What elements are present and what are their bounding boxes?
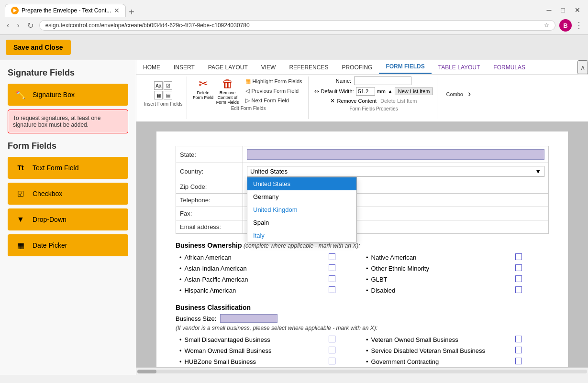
tab-insert[interactable]: INSERT [167, 60, 201, 74]
signature-box-item[interactable]: ✏️ Signature Box [8, 84, 128, 106]
text-form-field-item[interactable]: Tt Text Form Field [8, 157, 128, 179]
browser-chrome: Prepare the Envelope - Text Cont... ✕ + … [0, 0, 588, 35]
combo-label: Combo [443, 91, 466, 97]
checkbox-ethnic[interactable] [515, 264, 522, 271]
new-list-item-button[interactable]: New List Item [395, 88, 433, 95]
dropdown-option-es[interactable]: Spain [247, 216, 356, 229]
checkbox-small-dis[interactable] [329, 336, 335, 342]
checkbox-hubzone[interactable] [329, 358, 335, 364]
doc-content[interactable]: State: Country: United States [136, 122, 588, 367]
business-classification-section: Business Classification Business Size: (… [176, 304, 549, 367]
dropdown-option-uk[interactable]: United Kingdom [247, 203, 356, 216]
increase-width-icon[interactable]: ▲ [388, 88, 393, 94]
app-toolbar: Save and Close [0, 35, 588, 60]
reload-button[interactable]: ↻ [25, 20, 35, 31]
signature-box-label: Signature Box [33, 91, 75, 98]
name-input[interactable] [354, 77, 411, 85]
forward-button[interactable]: › [15, 20, 21, 31]
tab-home[interactable]: HOME [136, 60, 167, 74]
country-dropdown-open: United States Germany United Kingdom Spa… [247, 177, 357, 242]
checkbox-disabled[interactable] [515, 286, 522, 293]
remove-content-of-form-fields-label[interactable]: Remove Content of Form Fields [216, 90, 240, 105]
horizontal-scrollbar[interactable] [136, 367, 588, 375]
ribbon-collapse-button[interactable]: ∧ [577, 60, 588, 74]
combo-expand-icon[interactable]: › [468, 89, 471, 99]
checkbox-asian-indian[interactable] [329, 264, 335, 271]
country-dropdown-arrow: ▼ [535, 168, 541, 175]
menu-icon[interactable]: ⋮ [575, 20, 583, 31]
main-layout: Signature Fields ✏️ Signature Box To req… [0, 60, 588, 375]
ownership-row-4: •Hispanic American •Disabled [176, 285, 549, 296]
save-close-button[interactable]: Save and Close [6, 40, 71, 55]
dropdown-option-us[interactable]: United States [247, 177, 356, 190]
combo-group: Combo › [439, 77, 474, 119]
state-input-highlight[interactable] [247, 149, 544, 160]
default-width-icon: ⇔ [314, 88, 319, 95]
name-label: Name: [336, 78, 351, 84]
checkbox-woman[interactable] [329, 347, 335, 353]
dropdown-option-it[interactable]: Italy [247, 229, 356, 242]
checkbox-gov[interactable] [515, 358, 522, 364]
checkbox-asian-pacific[interactable] [329, 275, 335, 282]
default-width-label: Default Width: [321, 88, 354, 94]
table-row: Zip Code: [176, 180, 549, 194]
table-row: Email address: [176, 220, 549, 234]
checkbox-service-disabled[interactable] [515, 347, 522, 353]
ownership-item-disabled: •Disabled [366, 287, 508, 294]
tab-close-button[interactable]: ✕ [114, 7, 120, 14]
previous-form-field-button[interactable]: ◁ Previous Form Field [244, 87, 304, 95]
business-size-row: Business Size: [176, 314, 549, 323]
checkbox-veteran[interactable] [515, 336, 522, 342]
state-input-cell[interactable] [243, 146, 549, 163]
tab-proofing[interactable]: PROOFING [335, 60, 379, 74]
checkbox-african[interactable] [329, 253, 335, 260]
insert-icon-2: ☑ [164, 81, 172, 90]
active-tab[interactable]: Prepare the Envelope - Text Cont... ✕ [5, 4, 126, 17]
tab-references[interactable]: REFERENCES [282, 60, 335, 74]
tab-form-fields[interactable]: FORM FIELDS [379, 60, 431, 74]
ownership-item-hispanic: •Hispanic American [179, 287, 321, 294]
close-button[interactable]: ✕ [572, 5, 583, 15]
tab-favicon [11, 7, 19, 14]
ownership-row-2: •Asian-Indian American •Other Ethnic Min… [176, 263, 549, 274]
tab-page-layout[interactable]: PAGE LAYOUT [201, 60, 255, 74]
business-ownership-section: Business Ownership (complete where appli… [176, 241, 549, 296]
delete-form-field-label[interactable]: Delete Form Field [193, 90, 214, 100]
highlight-form-fields-button[interactable]: ▦ Highlight Form Fields [244, 77, 304, 86]
country-select[interactable]: United States ▼ [247, 166, 544, 177]
classification-row-3: •HUBZone Small Business •Government Cont… [176, 356, 549, 367]
country-selected-value: United States [250, 168, 535, 175]
delete-list-item-label[interactable]: Delete List Item [380, 98, 417, 104]
checkbox-hispanic[interactable] [329, 286, 335, 293]
country-dropdown-container: United States ▼ United States Germany Un… [247, 166, 544, 177]
business-size-label: Business Size: [176, 315, 216, 322]
profile-icon[interactable]: B [559, 19, 572, 32]
business-size-input[interactable] [220, 314, 277, 323]
checkbox-native[interactable] [515, 253, 522, 260]
new-tab-button[interactable]: + [129, 7, 134, 17]
dropdown-option-de[interactable]: Germany [247, 190, 356, 203]
dropdown-item[interactable]: ▼ Drop-Down [8, 208, 128, 230]
date-picker-item[interactable]: ▦ Date Picker [8, 234, 128, 256]
default-width-input[interactable]: 51.2 [356, 87, 375, 96]
checkbox-icon: ☑ [13, 186, 28, 201]
address-bar[interactable]: esign.textcontrol.com/envelope/create/bb… [39, 20, 555, 31]
maximize-button[interactable]: □ [558, 5, 568, 15]
tab-view[interactable]: VIEW [255, 60, 283, 74]
checkbox-glbt[interactable] [515, 275, 522, 282]
classification-table: •Small Disadvantaged Business •Veteran O… [176, 334, 549, 367]
signature-fields-title: Signature Fields [8, 68, 128, 78]
tab-table-layout[interactable]: TABLE LAYOUT [432, 60, 487, 74]
classification-row-2: •Woman Owned Small Business •Service Dis… [176, 345, 549, 356]
minimize-button[interactable]: ─ [544, 5, 555, 15]
checkbox-item[interactable]: ☑ Checkbox [8, 183, 128, 205]
back-button[interactable]: ‹ [5, 20, 11, 31]
tab-formulas[interactable]: FORMULAS [487, 60, 532, 74]
editor-area: HOME INSERT PAGE LAYOUT VIEW REFERENCES … [136, 60, 588, 375]
next-form-field-button[interactable]: ▷ Next Form Field [244, 96, 304, 105]
hscroll-thumb[interactable] [137, 370, 156, 373]
bookmark-icon[interactable]: ☆ [544, 22, 549, 29]
remove-content-prop-label[interactable]: Remove Content [337, 98, 377, 104]
classification-row-1: •Small Disadvantaged Business •Veteran O… [176, 334, 549, 345]
window-controls: ─ □ ✕ [544, 5, 583, 15]
